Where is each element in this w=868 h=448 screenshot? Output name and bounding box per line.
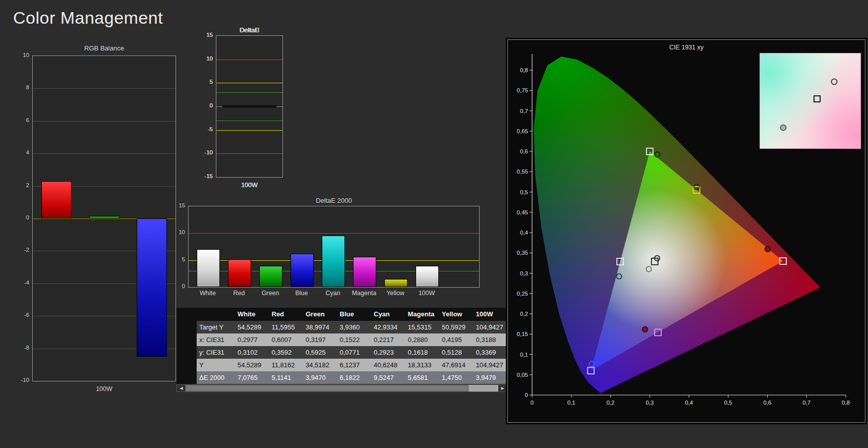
chart-title: DeltaE 2000 xyxy=(188,197,480,204)
ref-line-yellow xyxy=(216,130,282,131)
table-cell: 42,9334 xyxy=(371,321,406,333)
table-cell: 50,5929 xyxy=(439,321,474,333)
y-tick-label: 10 xyxy=(174,229,185,235)
table-cell: 5,6581 xyxy=(406,371,440,384)
table-cell: 0,3369 xyxy=(474,346,508,359)
bar-green xyxy=(259,266,282,287)
table-cell: 0,3197 xyxy=(303,333,337,346)
y-tick-label: 0,7 xyxy=(520,108,528,114)
table-cell: 0,2217 xyxy=(371,333,406,346)
measured-marker-red xyxy=(765,247,770,252)
row-label: ΔE 2000 xyxy=(197,371,235,384)
bar-red xyxy=(41,181,72,218)
table-header-row: WhiteRedGreenBlueCyanMagentaYellow100W xyxy=(177,308,507,321)
ref-line-green xyxy=(216,121,282,121)
y-tick-label: 0,1 xyxy=(520,352,528,358)
y-tick-label: 5 xyxy=(174,256,185,262)
y-tick-label: 0 xyxy=(15,214,29,220)
table-cell: 11,5955 xyxy=(269,321,304,333)
y-tick-label: 0,5 xyxy=(520,189,528,195)
table-cell: 1,4750 xyxy=(439,371,474,384)
ref-line-yellow xyxy=(216,83,282,83)
bar-blue xyxy=(291,254,314,287)
column-header: Green xyxy=(303,308,337,321)
inset-marker-100w-measured xyxy=(831,79,838,85)
column-header: Yellow xyxy=(439,308,474,321)
plot-area xyxy=(32,55,176,381)
column-header: Blue xyxy=(337,308,372,321)
y-tick-label: 10 xyxy=(201,55,213,62)
scrollbar-thumb[interactable] xyxy=(186,385,469,391)
y-tick-label: -5 xyxy=(201,126,213,132)
table-cell: 0,2923 xyxy=(371,346,406,359)
table-cell: 5,1141 xyxy=(269,371,304,384)
row-strip xyxy=(177,346,197,359)
table-cell: 18,3133 xyxy=(406,359,440,371)
table-cell: 15,5315 xyxy=(406,321,440,333)
column-header: Red xyxy=(269,308,304,321)
y-tick-label: 15 xyxy=(201,32,213,38)
table-cell: 3,9479 xyxy=(474,371,508,384)
y-tick-label: -10 xyxy=(15,377,29,383)
y-tick-label: -2 xyxy=(15,247,29,253)
scroll-left-button[interactable]: ◀ xyxy=(177,385,186,391)
y-tick-label: 0,55 xyxy=(517,169,528,175)
table-horizontal-scrollbar[interactable]: ◀ ▶ xyxy=(177,384,507,392)
gridline xyxy=(33,153,176,154)
table-cell: 104,9427 xyxy=(474,359,508,371)
color-management-window: Color Management RGB Balance 1086420-2-4… xyxy=(0,0,868,448)
x-tick-label: 0,7 xyxy=(802,400,811,406)
ref-line-red xyxy=(216,153,282,154)
bar-100w xyxy=(416,266,439,287)
x-category-label: Cyan xyxy=(317,290,349,297)
y-tick-label: 4 xyxy=(15,149,29,155)
table-cell: 47,6914 xyxy=(439,359,474,371)
y-tick-label: 0,05 xyxy=(517,372,528,378)
table-row: x: CIE310,29770,60070,31970,15220,22170,… xyxy=(177,333,507,346)
y-tick-label: 0,25 xyxy=(517,291,528,297)
right-arrow-icon: ▶ xyxy=(501,386,504,390)
column-header: Magenta xyxy=(406,308,440,321)
scroll-right-button[interactable]: ▶ xyxy=(498,385,507,391)
chart-title: CIE 1931 xy xyxy=(508,44,865,51)
table-cell: 54,5289 xyxy=(235,321,269,333)
white-point-zoom-inset xyxy=(760,53,861,149)
table-cell: 34,5182 xyxy=(303,359,337,371)
table-cell: 0,5925 xyxy=(303,346,337,359)
column-header: 100W xyxy=(474,308,508,321)
row-strip xyxy=(177,359,197,371)
x-tick-label: 0,4 xyxy=(685,400,693,406)
y-tick-label: 8 xyxy=(15,84,29,90)
plot-area xyxy=(216,35,283,178)
table-row: Target Y54,528911,595538,99743,936042,93… xyxy=(177,321,507,333)
bar-cyan xyxy=(322,236,345,287)
table-cell: 3,9470 xyxy=(303,371,337,384)
table-cell: 6,1822 xyxy=(337,371,372,384)
y-tick-label: 0,2 xyxy=(520,311,528,317)
row-strip xyxy=(177,321,197,333)
x-category-label: Blue xyxy=(286,290,317,297)
y-tick-label: 0,35 xyxy=(517,250,528,256)
table-cell: 0,4195 xyxy=(439,333,474,346)
y-tick-label: 6 xyxy=(15,117,29,123)
table-row: y: CIE310,31020,35920,59250,07710,29230,… xyxy=(177,346,507,359)
bar-white xyxy=(197,249,220,288)
y-tick-label: 5 xyxy=(201,79,213,85)
table-cell: 0,1618 xyxy=(406,346,440,359)
ref-line-red xyxy=(189,233,479,234)
x-tick-label: 0,5 xyxy=(724,400,732,406)
y-tick-label: -10 xyxy=(201,149,213,155)
x-tick-label: 0,8 xyxy=(842,400,850,406)
x-tick-label: 0 xyxy=(531,400,534,406)
y-tick-label: -8 xyxy=(15,345,29,351)
table-cell: 0,3102 xyxy=(235,346,269,359)
row-label: Target Y xyxy=(197,321,235,333)
y-tick-label: 0 xyxy=(201,102,213,108)
table-corner xyxy=(177,308,197,321)
y-tick-label: 10 xyxy=(15,52,29,58)
column-header: White xyxy=(235,308,269,321)
column-header: Cyan xyxy=(371,308,406,321)
x-category-label: Magenta xyxy=(349,290,380,297)
y-tick-label: 2 xyxy=(15,182,29,188)
ref-line-red xyxy=(216,60,282,60)
